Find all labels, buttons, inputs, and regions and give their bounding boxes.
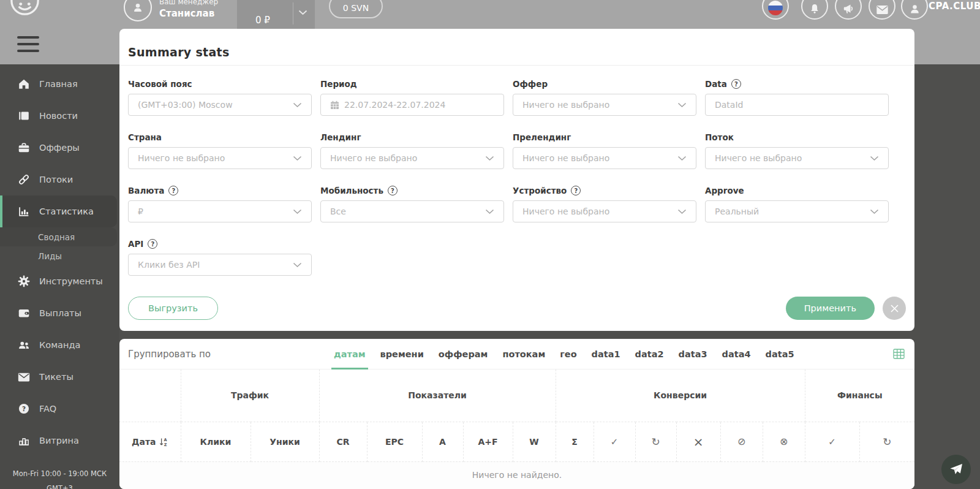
filter-field-timezone: Часовой пояс (GMT+03:00) Moscow	[128, 79, 312, 116]
language-flag-button[interactable]	[762, 0, 789, 20]
country-select[interactable]: Ничего не выбрано	[128, 147, 312, 169]
chevron-down-icon	[870, 209, 879, 214]
bar-chart-icon	[17, 204, 31, 219]
tab-data1[interactable]: data1	[592, 339, 620, 369]
chevron-down-icon	[293, 156, 302, 161]
account-menu[interactable]: CPA.CLUB	[929, 1, 980, 12]
filter-field-approve: Approve Реальный	[705, 186, 889, 222]
device-select[interactable]: Ничего не выбрано	[513, 200, 696, 222]
tab-vremeni[interactable]: времени	[380, 339, 424, 369]
tab-datam[interactable]: датам	[334, 339, 366, 369]
field-label: Поток	[705, 132, 734, 142]
group-by-label: Группировать по	[128, 349, 211, 360]
sidebar-subitem-svodnaya[interactable]: Сводная	[0, 227, 117, 246]
sidebar-subitem-lidy[interactable]: Лиды	[0, 246, 117, 265]
link-icon	[17, 172, 31, 187]
calendar-icon	[330, 100, 339, 110]
column-header-approved: ✓	[594, 422, 635, 461]
manager-avatar	[124, 0, 152, 21]
empty-state-row: Ничего не найдено.	[119, 461, 914, 489]
landing-select[interactable]: Ничего не выбрано	[320, 147, 504, 169]
profile-button[interactable]	[901, 0, 928, 20]
sidebar-item-instrumenty[interactable]: Инструменты	[0, 265, 119, 297]
sidebar-item-glavnaya[interactable]: Главная	[0, 68, 119, 100]
prelanding-select[interactable]: Ничего не выбрано	[513, 147, 696, 169]
brand-logo-icon[interactable]	[10, 0, 40, 16]
field-label: API	[128, 239, 143, 249]
sidebar-item-offery[interactable]: Офферы	[0, 132, 119, 164]
approve-select[interactable]: Реальный	[705, 200, 889, 222]
manager-label: Ваш менеджер	[159, 0, 218, 6]
mobility-select[interactable]: Все	[320, 200, 504, 222]
chevron-down-icon	[677, 156, 687, 161]
page-title: Summary stats	[128, 45, 914, 59]
manager-name: Станислав	[159, 8, 218, 19]
sidebar-item-statistika[interactable]: Статистика	[0, 195, 117, 227]
chevron-down-icon	[293, 262, 302, 268]
timezone-select[interactable]: (GMT+03:00) Moscow	[128, 94, 312, 116]
column-header-date[interactable]: Дата AZ	[119, 422, 181, 461]
stream-select[interactable]: Ничего не выбрано	[705, 147, 889, 169]
people-icon	[17, 338, 31, 352]
help-icon[interactable]: ?	[148, 239, 157, 249]
notifications-button[interactable]	[801, 0, 828, 20]
period-daterange-input[interactable]: 22.07.2024-22.07.2024	[320, 94, 504, 116]
group-spacer	[119, 370, 181, 422]
filter-field-country: Страна Ничего не выбрано	[128, 132, 312, 169]
gear-icon	[17, 274, 31, 289]
column-header-pending: ↻	[635, 422, 676, 461]
sidebar-item-faq[interactable]: ? FAQ	[0, 393, 119, 425]
group-by-bar: Группировать по датам времени офферам по…	[119, 339, 914, 370]
filter-field-currency: Валюта ? ₽	[128, 186, 312, 222]
tab-offeram[interactable]: офферам	[439, 339, 488, 369]
tab-potokam[interactable]: потокам	[502, 339, 545, 369]
export-button[interactable]: Выгрузить	[128, 297, 218, 320]
messages-button[interactable]	[869, 0, 895, 20]
stats-table-panel: Группировать по датам времени офферам по…	[119, 339, 914, 489]
home-icon	[17, 77, 31, 91]
field-label: Страна	[128, 132, 162, 142]
group-metrics: Показатели	[319, 370, 556, 422]
chevron-down-icon	[485, 209, 494, 214]
sidebar-item-komanda[interactable]: Команда	[0, 329, 119, 361]
tab-geo[interactable]: гео	[560, 339, 576, 369]
currency-select[interactable]: ₽	[128, 200, 312, 222]
sidebar-item-novosti[interactable]: Новости	[0, 100, 119, 132]
field-label: Период	[320, 79, 357, 89]
help-icon[interactable]: ?	[388, 186, 398, 195]
columns-settings-icon[interactable]	[893, 349, 905, 359]
group-finances: Финансы	[805, 370, 914, 422]
dataid-input[interactable]	[715, 100, 879, 110]
sidebar-item-vyplaty[interactable]: Выплаты	[0, 297, 119, 329]
apply-button[interactable]: Применить	[786, 297, 875, 320]
tab-data4[interactable]: data4	[722, 339, 751, 369]
tab-data2[interactable]: data2	[635, 339, 664, 369]
sidebar-item-vitrina[interactable]: Витрина	[0, 425, 119, 457]
help-icon[interactable]: ?	[571, 186, 581, 195]
announcements-button[interactable]	[835, 0, 862, 20]
filter-field-prelanding: Прелендинг Ничего не выбрано	[513, 132, 696, 169]
help-icon[interactable]: ?	[731, 79, 741, 89]
filter-grid: Часовой пояс (GMT+03:00) Moscow Период 2…	[119, 66, 914, 276]
column-header-w: W	[513, 422, 556, 461]
offer-select[interactable]: Ничего не выбрано	[513, 94, 696, 116]
column-header-cr: CR	[319, 422, 367, 461]
filter-field-api: API ? Клики без API	[128, 239, 312, 276]
telegram-chat-button[interactable]	[941, 455, 971, 484]
chevron-down-icon	[293, 209, 302, 214]
tab-data3[interactable]: data3	[679, 339, 707, 369]
api-select[interactable]: Клики без API	[128, 254, 312, 276]
sidebar-item-potoki[interactable]: Потоки	[0, 164, 119, 195]
filter-field-mobility: Мобильность ? Все	[320, 186, 504, 222]
chevron-down-icon	[298, 10, 307, 15]
manager-block: Ваш менеджер Станислав	[124, 0, 218, 21]
column-header-duplicates: ⊗	[763, 422, 805, 461]
check-icon: ✓	[611, 436, 619, 447]
sidebar-item-tikety[interactable]: Тикеты	[0, 361, 119, 393]
menu-toggle-button[interactable]	[17, 36, 39, 52]
check-icon: ✓	[828, 436, 836, 447]
group-by-tabs: датам времени офферам потокам гео data1 …	[334, 339, 794, 369]
tab-data5[interactable]: data5	[766, 339, 794, 369]
close-filters-button[interactable]	[883, 297, 906, 320]
help-icon[interactable]: ?	[168, 186, 178, 195]
